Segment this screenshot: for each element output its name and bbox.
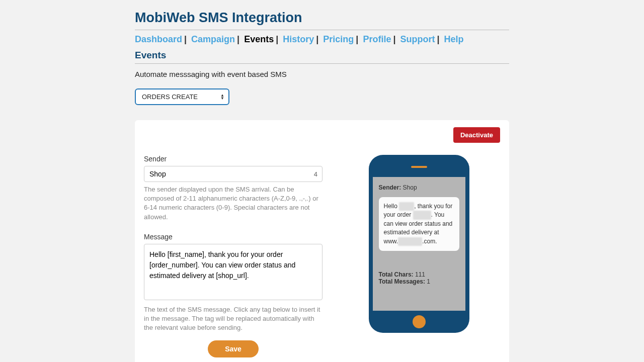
nav-help[interactable]: Help: [444, 34, 464, 44]
deactivate-button[interactable]: Deactivate: [453, 127, 500, 143]
total-chars-label: Total Chars:: [379, 271, 414, 278]
phone-home-button: [413, 315, 426, 328]
sender-label: Sender: [144, 155, 323, 163]
nav-events[interactable]: Events: [244, 34, 274, 44]
preview-sender-value: Shop: [403, 184, 417, 191]
nav-dashboard[interactable]: Dashboard: [135, 34, 182, 44]
nav-pricing[interactable]: Pricing: [323, 34, 354, 44]
message-help: The text of the SMS message. Click any t…: [144, 305, 323, 333]
nav-support[interactable]: Support: [400, 34, 435, 44]
phone-speaker: [411, 166, 427, 168]
event-card: Deactivate Sender 4 The sender displayed…: [135, 120, 509, 362]
event-select[interactable]: ORDERS CREATE ▲▼: [135, 88, 229, 105]
nav-profile[interactable]: Profile: [363, 34, 391, 44]
event-select-value: ORDERS CREATE: [135, 88, 229, 105]
message-input[interactable]: [144, 244, 323, 300]
page-title: MobiWeb SMS Integration: [135, 10, 509, 26]
phone-screen: Sender: Shop Hello xxxxx, thank you for …: [373, 177, 465, 311]
preview-message-bubble: Hello xxxxx, thank you for your order xx…: [379, 197, 459, 251]
total-chars-value: 111: [415, 271, 425, 278]
sender-input[interactable]: [144, 166, 323, 182]
phone-preview: Sender: Shop Hello xxxxx, thank you for …: [369, 155, 469, 333]
nav-bar: Dashboard| Campaign| Events| History| Pr…: [135, 34, 509, 45]
total-messages-value: 1: [427, 278, 430, 285]
sender-char-count: 4: [314, 170, 317, 178]
rule: [135, 30, 509, 30]
sender-help: The sender displayed upon the SMS arriva…: [144, 185, 323, 222]
section-subtitle: Automate messsaging with event based SMS: [135, 70, 509, 78]
section-title: Events: [135, 50, 509, 61]
save-button[interactable]: Save: [208, 340, 259, 357]
message-label: Message: [144, 233, 323, 241]
total-messages-label: Total Messages:: [379, 278, 425, 285]
nav-history[interactable]: History: [283, 34, 314, 44]
preview-sender-label: Sender:: [379, 184, 401, 191]
rule: [135, 63, 509, 64]
nav-campaign[interactable]: Campaign: [191, 34, 235, 44]
